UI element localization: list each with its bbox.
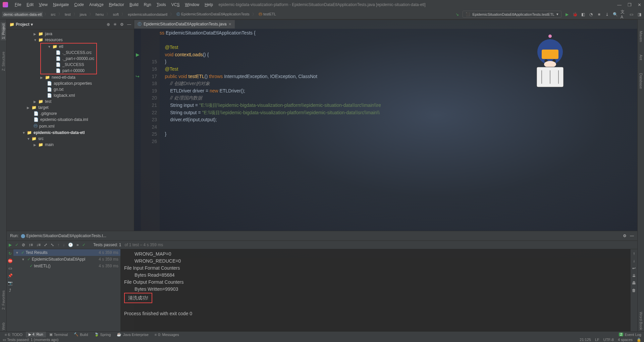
pin-icon[interactable]: 📌 [8,273,13,278]
wrap-icon[interactable]: ↩ [632,266,636,271]
crumb-soft[interactable]: soft [111,12,120,17]
crumb-method[interactable]: ⓜ testETL [257,11,277,17]
btab-todo[interactable]: ≡ 6: TODO [2,332,25,337]
search-icon[interactable]: 🔍 [612,12,618,17]
camera-icon[interactable]: 📷 [8,281,13,285]
sort-icon[interactable]: ↕≡ [29,243,33,247]
project-panel-title[interactable]: 📁 Project ▾ [9,22,33,27]
btab-eventlog[interactable]: 2 Event Log [616,332,644,337]
expand-icon[interactable]: ✳ [113,22,117,27]
run-gutter-icon[interactable]: ↪ [134,73,141,80]
close-icon[interactable]: ✕ [638,2,641,7]
menu-build[interactable]: Build [127,1,141,8]
run-tab[interactable]: EpidemicSituationDataEtlApplicationTests… [26,233,106,238]
hide-icon[interactable]: — [127,22,131,27]
menu-run[interactable]: Run [141,1,154,8]
tree-file-gitignore[interactable]: 📄.gitignore [7,111,134,117]
minimize-icon[interactable]: ― [617,2,622,7]
tree-folder-need-etl[interactable]: ▶📁need-etl-data [7,74,134,80]
tool-web[interactable]: Web [1,321,6,331]
tree-folder-target[interactable]: ▶📁target [7,105,134,111]
menu-window[interactable]: Window [182,1,202,8]
tree-folder-src2[interactable]: ▼📁src [7,136,134,142]
tool-ant[interactable]: Ant [638,53,644,62]
history-icon[interactable]: 🕘 [68,243,73,247]
menu-code[interactable]: Code [71,1,87,8]
status-indent[interactable]: 4 spaces [618,338,633,342]
run-configuration-dropdown[interactable]: ⬛EpidemicSituationDataEtlApplicationTest… [463,11,561,18]
menu-file[interactable]: File [12,1,24,8]
export-icon[interactable]: ⤴ [9,288,11,293]
btab-terminal[interactable]: ▣ Terminal [47,332,71,337]
sort2-icon[interactable]: ↓≡ [36,243,41,247]
tree-folder-etl[interactable]: ▼📁etl [41,44,96,50]
up-icon[interactable]: ↑ [633,251,635,256]
tree-file-appprops[interactable]: 📄application.properties [7,80,134,86]
tree-folder-java[interactable]: ▶📁java [7,31,134,37]
stop2-icon[interactable]: ⛔ [8,259,13,263]
crumb-test[interactable]: test [63,12,72,17]
stop-icon[interactable]: ■ [596,12,602,17]
menu-help[interactable]: Help [202,1,216,8]
gear-icon[interactable]: ⚙ [120,22,124,27]
tree-file-gntxt[interactable]: 📄gn.txt [7,86,134,92]
toggle-ignored-icon[interactable]: ⊘ [22,243,25,247]
test-results-tree[interactable]: ▼ ✓ Test Results 4 s 359 ms ▼ ✓ Epidemic… [13,249,121,331]
maximize-icon[interactable]: ❐ [628,2,632,7]
rerun-icon[interactable]: ▶ [9,243,12,247]
menu-view[interactable]: View [36,1,50,8]
menu-refactor[interactable]: Refactor [106,1,127,8]
tool-database[interactable]: Database [638,72,644,90]
status-enc[interactable]: UTF-8 [603,338,614,342]
tab-close-icon[interactable]: ✕ [228,22,231,26]
menu-navigate[interactable]: Navigate [50,1,71,8]
tool-project[interactable]: 1: Project [1,22,6,40]
debug-icon[interactable]: 🐞 [572,12,578,17]
tree-file-pom[interactable]: ⓜpom.xml [7,123,134,130]
rerun2-icon[interactable]: ↻ [8,251,12,256]
run-icon[interactable]: ▶ [564,12,570,17]
layout-icon[interactable]: ▭ [629,12,634,17]
vcs-update-icon[interactable]: ⤓ [604,12,610,17]
tree-file-success[interactable]: 📄_SUCCESS [41,62,96,68]
btab-javaee[interactable]: ☕ Java Enterprise [114,332,151,337]
tree-file-success-crc[interactable]: 📄._SUCCESS.crc [41,50,96,56]
tree-folder-main[interactable]: ▶📁main [7,142,134,148]
coverage-icon[interactable]: ◧ [580,12,586,17]
tree-file-iml[interactable]: 📄epidemic-situation-data.iml [7,117,134,123]
console-output[interactable]: WRONG_MAP=0 WRONG_REDUCE=0 File Input Fo… [121,249,631,331]
menu-vcs[interactable]: VCS [169,1,182,8]
down-icon[interactable]: ↓ [633,259,635,263]
status-lock-icon[interactable]: 🔒 [637,338,641,342]
scroll-icon[interactable]: ⇊ [632,273,636,278]
crumb-pkg[interactable]: epidemicsituationdataetl [126,12,169,17]
menu-edit[interactable]: Edit [24,1,36,8]
expand-all-icon[interactable]: ⤢ [44,243,47,247]
layout-icon[interactable]: ▭ [8,266,12,271]
tool-favorites[interactable]: 2: Favorites [1,289,6,311]
tree-folder-resources[interactable]: ▼📁resources [7,37,134,43]
btab-spring[interactable]: 🍃 Spring [92,332,114,337]
hide-panel-icon[interactable]: — [630,233,634,238]
locate-icon[interactable]: ⊕ [107,22,110,27]
tool-maven[interactable]: Maven [638,29,644,43]
menu-analyze[interactable]: Analyze [87,1,106,8]
crumb-root[interactable]: demic-situation-data-etl [2,12,43,17]
print-icon[interactable]: 🖶 [632,281,636,285]
build-icon[interactable]: ↘ [454,12,460,17]
clear-icon[interactable]: 🗑 [632,288,636,293]
next-icon[interactable]: ↓ [63,243,65,247]
profile-icon[interactable]: ◔ [588,12,594,17]
btab-messages[interactable]: ≡ 0: Messages [152,332,182,337]
gear-icon[interactable]: ⚙ [623,233,627,238]
crumb-class[interactable]: Ⓒ EpidemicSituationDataEtlApplicationTes… [175,11,251,17]
tree-file-part-crc[interactable]: 📄._part-r-00000.crc [41,56,96,62]
toggle-passed-icon[interactable]: ✓ [15,243,18,247]
btab-run[interactable]: ▶ 4: Run [26,332,46,337]
menu-tools[interactable]: Tools [154,1,169,8]
crumb-java[interactable]: java [78,12,88,17]
btab-build[interactable]: 🔨 Build [71,332,91,337]
crumb-src[interactable]: src [49,12,57,17]
split-icon[interactable]: ◨ [637,12,642,17]
crumb-henu[interactable]: henu [94,12,105,17]
